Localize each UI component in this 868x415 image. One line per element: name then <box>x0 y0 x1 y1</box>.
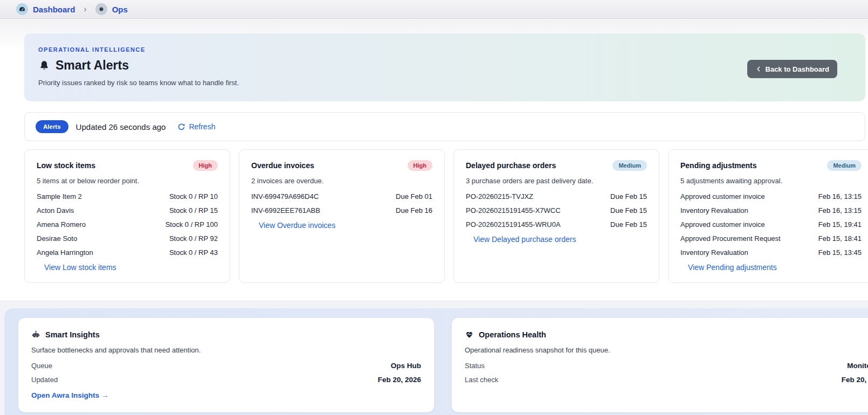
row-label: Angela Harrington <box>37 248 93 257</box>
row-value: Due Feb 01 <box>396 192 432 200</box>
alert-row: PO-20260215191455-X7WCC Due Feb 15 <box>466 203 647 217</box>
back-button-label: Back to Dashboard <box>766 65 829 73</box>
insight-row: Queue Ops Hub <box>31 358 421 372</box>
alerts-badge: Alerts <box>36 120 68 133</box>
row-label: Approved customer invoice <box>680 220 765 229</box>
hero-eyebrow: OPERATIONAL INTELLIGENCE <box>38 46 851 53</box>
row-label: Amena Romero <box>37 220 86 229</box>
row-label: Approved Procurement Request <box>680 234 781 243</box>
breadcrumb-item-ops[interactable]: Ops <box>95 3 128 15</box>
view-overdue-invoices-link[interactable]: View Overdue invoices <box>259 221 335 230</box>
insight-card-title: Operations Health <box>479 330 546 339</box>
row-value: Feb 15, 18:41 <box>818 234 862 243</box>
alert-row: INV-6992EEE761ABB Due Feb 16 <box>251 203 432 217</box>
row-label: Approved customer invoice <box>680 192 765 200</box>
alert-row: Inventory Revaluation Feb 16, 13:15 <box>680 203 862 217</box>
page-title: Smart Alerts <box>56 58 129 73</box>
row-label: Desirae Soto <box>37 234 77 243</box>
row-value: Monitoring <box>847 362 868 370</box>
alert-card-low-stock: Low stock items High 5 items at or below… <box>24 149 230 283</box>
smart-insights-card: Smart Insights Surface bottlenecks and a… <box>18 318 434 412</box>
dot-icon <box>95 3 107 15</box>
insight-row: Updated Feb 20, 2026 <box>31 372 421 386</box>
row-value: Due Feb 15 <box>610 206 647 215</box>
row-value: Feb 16, 13:15 <box>818 206 862 215</box>
alert-row: Angela Harrington Stock 0 / RP 43 <box>37 245 218 259</box>
insight-row: Status Monitoring <box>465 358 868 372</box>
breadcrumb-label: Ops <box>112 5 128 14</box>
row-label: INV-6992EEE761ABB <box>251 206 320 215</box>
alert-card-overdue-invoices: Overdue invoices High 2 invoices are ove… <box>239 149 445 283</box>
alerts-status-bar: Alerts Updated 26 seconds ago Refresh <box>24 112 865 141</box>
row-label: Sample Item 2 <box>37 192 82 200</box>
alert-row: Approved customer invoice Feb 15, 19:41 <box>680 217 862 231</box>
row-value: Feb 20, 2026 <box>842 376 868 384</box>
insight-row: Last check Feb 20, 2026 <box>465 372 868 386</box>
alert-row: PO-20260215-TVJXZ Due Feb 15 <box>466 189 647 203</box>
alert-card-title: Overdue invoices <box>251 161 314 170</box>
back-to-dashboard-button[interactable]: Back to Dashboard <box>747 60 837 78</box>
alert-card-title: Delayed purchase orders <box>466 161 556 170</box>
heart-pulse-icon <box>465 330 474 339</box>
row-label: Status <box>465 362 485 370</box>
row-value: Stock 0 / RP 43 <box>169 248 218 257</box>
row-label: INV-699479A696D4C <box>251 192 319 200</box>
open-awra-insights-link[interactable]: Open Awra Insights → <box>31 391 108 399</box>
row-value: Stock 0 / RP 92 <box>169 234 218 243</box>
alert-row: Approved Procurement Request Feb 15, 18:… <box>680 231 862 245</box>
row-label: PO-20260215-TVJXZ <box>466 192 533 200</box>
row-value: Due Feb 16 <box>396 206 432 215</box>
severity-badge: High <box>408 160 432 171</box>
row-value: Stock 0 / RP 10 <box>169 192 218 200</box>
alert-row: Approved customer invoice Feb 16, 13:15 <box>680 189 862 203</box>
row-value: Feb 15, 13:45 <box>818 248 862 257</box>
gauge-icon <box>16 3 28 15</box>
operations-health-card: Operations Health Operational readiness … <box>452 318 868 412</box>
row-label: Updated <box>31 376 58 384</box>
row-value: Ops Hub <box>391 362 421 370</box>
breadcrumb-item-dashboard[interactable]: Dashboard <box>16 3 75 15</box>
alert-row: Inventory Revaluation Feb 15, 13:45 <box>680 245 862 259</box>
alert-row: Sample Item 2 Stock 0 / RP 10 <box>37 189 218 203</box>
row-value: Due Feb 15 <box>610 220 647 229</box>
row-value: Feb 16, 13:15 <box>818 192 862 200</box>
alert-row: INV-699479A696D4C Due Feb 01 <box>251 189 432 203</box>
alert-card-summary: 3 purchase orders are past delivery date… <box>466 177 647 185</box>
severity-badge: Medium <box>827 160 862 171</box>
row-label: Last check <box>465 376 498 384</box>
row-value: Stock 0 / RP 15 <box>169 206 218 215</box>
refresh-label: Refresh <box>189 122 215 131</box>
row-label: PO-20260215191455-WRU0A <box>466 220 561 229</box>
insight-card-subtitle: Operational readiness snapshot for this … <box>465 346 868 354</box>
insight-card-title: Smart Insights <box>45 330 100 339</box>
breadcrumb: Dashboard › Ops <box>0 0 868 19</box>
row-value: Stock 0 / RP 100 <box>166 220 218 229</box>
severity-badge: High <box>193 160 218 171</box>
refresh-button[interactable]: Refresh <box>177 122 215 131</box>
row-label: Queue <box>31 362 52 370</box>
view-pending-adjustments-link[interactable]: View Pending adjustments <box>688 263 777 272</box>
alert-card-title: Pending adjustments <box>680 161 757 170</box>
row-label: Acton Davis <box>37 206 74 215</box>
alert-card-summary: 2 invoices are overdue. <box>251 177 432 185</box>
breadcrumb-label: Dashboard <box>33 5 75 14</box>
alert-row: Desirae Soto Stock 0 / RP 92 <box>37 231 218 245</box>
view-delayed-pos-link[interactable]: View Delayed purchase orders <box>473 235 576 244</box>
hero-banner: OPERATIONAL INTELLIGENCE Smart Alerts Pr… <box>24 33 865 101</box>
alert-cards-row: Low stock items High 5 items at or below… <box>24 149 868 273</box>
row-label: PO-20260215191455-X7WCC <box>466 206 561 215</box>
row-value: Due Feb 15 <box>610 192 647 200</box>
alert-card-pending-adjustments: Pending adjustments Medium 5 adjustments… <box>668 149 868 283</box>
view-low-stock-link[interactable]: View Low stock items <box>44 263 116 272</box>
alert-card-summary: 5 adjustments awaiting approval. <box>680 177 862 185</box>
bell-icon <box>38 60 50 72</box>
row-value: Feb 15, 19:41 <box>818 220 862 229</box>
refresh-icon <box>177 123 185 131</box>
chevron-left-icon <box>755 66 762 72</box>
robot-icon <box>31 330 40 339</box>
updated-timestamp: Updated 26 seconds ago <box>76 122 166 132</box>
alert-card-delayed-pos: Delayed purchase orders Medium 3 purchas… <box>453 149 659 283</box>
alert-card-summary: 5 items at or below reorder point. <box>37 177 218 185</box>
row-label: Inventory Revaluation <box>680 248 748 257</box>
alert-row: PO-20260215191455-WRU0A Due Feb 15 <box>466 217 647 231</box>
